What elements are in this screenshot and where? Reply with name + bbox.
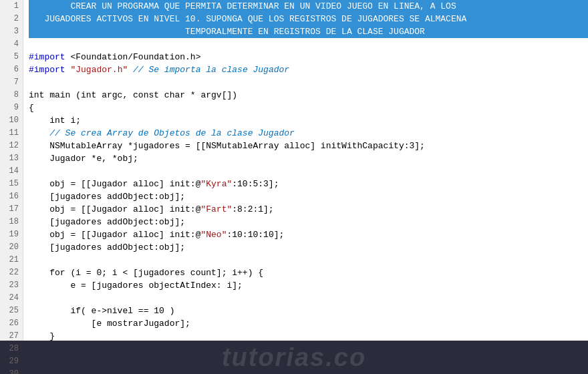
- line-num-14: 14: [0, 165, 23, 178]
- code-line-16: [jugadores addObject:obj];: [29, 190, 588, 203]
- code-line-4: [29, 38, 588, 51]
- line-num-26: 26: [0, 317, 23, 330]
- watermark-text: tutorias.co: [222, 343, 366, 372]
- line-num-20: 20: [0, 241, 23, 254]
- code-line-8: int main (int argc, const char * argv[]): [29, 89, 588, 102]
- line-numbers: 1 2 3 4 5 6 7 8 9 10 11 12 13 14 15 16 1…: [0, 0, 23, 341]
- line-num-11: 11: [0, 127, 23, 140]
- code-line-15: obj = [[Jugador alloc] init:@"Kyra":10:5…: [29, 178, 588, 190]
- code-line-25: if( e->nivel == 10 ): [29, 305, 588, 317]
- line-num-1: 1: [0, 0, 23, 13]
- line-num-6: 6: [0, 63, 23, 76]
- code-line-3: TEMPORALMENTE EN REGISTROS DE LA CLASE J…: [29, 25, 588, 38]
- line-num-30: 30: [0, 368, 23, 374]
- code-line-13: Jugador *e, *obj;: [29, 152, 588, 165]
- line-num-21: 21: [0, 254, 23, 266]
- code-line-18: [jugadores addObject:obj];: [29, 216, 588, 228]
- line-num-4: 4: [0, 38, 23, 51]
- line-num-17: 17: [0, 203, 23, 216]
- line-num-19: 19: [0, 228, 23, 241]
- line-num-5: 5: [0, 51, 23, 63]
- line-num-9: 9: [0, 102, 23, 114]
- line-num-24: 24: [0, 292, 23, 305]
- line-num-15: 15: [0, 178, 23, 190]
- code-line-21: [29, 254, 588, 266]
- watermark-bar: tutorias.co: [0, 341, 588, 374]
- line-num-8: 8: [0, 89, 23, 102]
- code-line-26: [e mostrarJugador];: [29, 317, 588, 330]
- line-num-2: 2: [0, 13, 23, 25]
- line-num-7: 7: [0, 76, 23, 89]
- line-num-3: 3: [0, 25, 23, 38]
- line-num-27: 27: [0, 330, 23, 343]
- code-line-1: CREAR UN PROGRAMA QUE PERMITA DETERMINAR…: [29, 0, 588, 13]
- code-line-27: }: [29, 330, 588, 341]
- line-num-18: 18: [0, 216, 23, 228]
- code-line-6: #import "Jugador.h" // Se importa la cla…: [29, 63, 588, 76]
- line-num-29: 29: [0, 355, 23, 368]
- code-line-22: for (i = 0; i < [jugadores count]; i++) …: [29, 266, 588, 279]
- code-editor: 1 2 3 4 5 6 7 8 9 10 11 12 13 14 15 16 1…: [0, 0, 588, 341]
- line-num-13: 13: [0, 152, 23, 165]
- code-line-12: NSMutableArray *jugadores = [[NSMutableA…: [29, 140, 588, 152]
- code-content: CREAR UN PROGRAMA QUE PERMITA DETERMINAR…: [23, 0, 588, 341]
- code-line-19: obj = [[Jugador alloc] init:@"Neo":10:10…: [29, 228, 588, 241]
- line-num-16: 16: [0, 190, 23, 203]
- line-num-23: 23: [0, 279, 23, 292]
- code-line-5: #import <Foundation/Foundation.h>: [29, 51, 588, 63]
- code-line-7: [29, 76, 588, 89]
- code-line-20: [jugadores addObject:obj];: [29, 241, 588, 254]
- code-line-23: e = [jugadores objectAtIndex: i];: [29, 279, 588, 292]
- code-line-2: JUGADORES ACTIVOS EN NIVEL 10. SUPONGA Q…: [29, 13, 588, 25]
- code-line-9: {: [29, 102, 588, 114]
- code-line-17: obj = [[Jugador alloc] init:@"Fart":8:2:…: [29, 203, 588, 216]
- code-line-24: [29, 292, 588, 305]
- line-num-12: 12: [0, 140, 23, 152]
- code-line-10: int i;: [29, 114, 588, 127]
- code-line-14: [29, 165, 588, 178]
- line-num-10: 10: [0, 114, 23, 127]
- line-num-28: 28: [0, 343, 23, 355]
- line-num-22: 22: [0, 266, 23, 279]
- line-num-25: 25: [0, 305, 23, 317]
- code-line-11: // Se crea Array de Objetos de la clase …: [29, 127, 588, 140]
